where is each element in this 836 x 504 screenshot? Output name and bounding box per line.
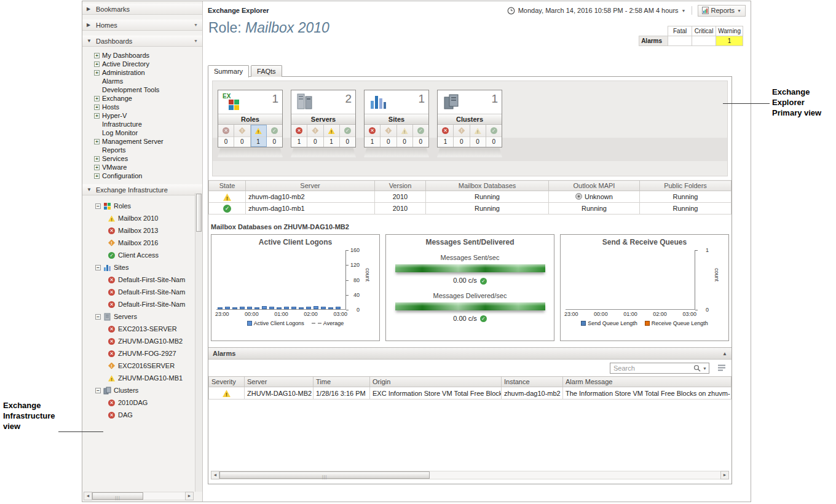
- alarms-horizontal-scrollbar[interactable]: ◄ ||| ►: [211, 471, 729, 479]
- reports-button[interactable]: Reports ▼: [698, 5, 746, 17]
- column-header-outlook-mapi[interactable]: Outlook MAPI: [549, 181, 640, 191]
- sidebar-vertical-scrollbar[interactable]: [195, 193, 202, 492]
- status-cell-critical[interactable]: !0: [454, 125, 470, 147]
- expand-plus-icon[interactable]: +: [94, 156, 100, 162]
- column-header-public-folders[interactable]: Public Folders: [640, 181, 732, 191]
- tree-item-zhuvm-dag10-mb2[interactable]: ✕ZHUVM-DAG10-MB2: [82, 335, 202, 347]
- status-cell-critical[interactable]: !0: [307, 125, 323, 147]
- expand-plus-icon[interactable]: +: [94, 139, 100, 144]
- tree-item-mailbox-2010[interactable]: !Mailbox 2010: [82, 212, 202, 224]
- expand-plus-icon[interactable]: +: [94, 165, 100, 170]
- status-cell-fatal[interactable]: ✕0: [218, 125, 234, 147]
- sidebar-item-services[interactable]: +Services: [82, 154, 202, 163]
- status-cell-warning[interactable]: !0: [470, 125, 486, 147]
- column-header-instance[interactable]: Instance: [502, 377, 563, 387]
- status-cell-normal[interactable]: ✓0: [267, 125, 282, 147]
- column-header-severity[interactable]: Severity: [209, 377, 245, 387]
- column-header-server[interactable]: Server: [245, 377, 314, 387]
- sidebar-item-configuration[interactable]: +Configuration: [82, 171, 202, 180]
- tree-item-zhuvm-dag10-mb1[interactable]: !ZHUVM-DAG10-MB1: [82, 372, 202, 384]
- table-customizer-icon[interactable]: [718, 364, 725, 371]
- sidebar-item-management-server[interactable]: +Management Server: [82, 137, 202, 146]
- sidebar-item-exchange[interactable]: +Exchange: [82, 94, 202, 103]
- tree-item-client-access[interactable]: ✓Client Access: [82, 249, 202, 261]
- expand-plus-icon[interactable]: +: [94, 70, 100, 76]
- tree-item-zhuvm-fog-2927[interactable]: ✕ZHUVM-FOG-2927: [82, 347, 202, 360]
- tree-group-sites[interactable]: −Sites: [82, 261, 202, 274]
- status-cell-fatal[interactable]: ✕1: [291, 125, 307, 147]
- search-box[interactable]: ▼: [610, 363, 709, 374]
- search-input[interactable]: [612, 364, 692, 372]
- tile-roles[interactable]: EX1Roles✕0!0!1✓0: [218, 90, 283, 157]
- expand-plus-icon[interactable]: +: [94, 53, 100, 58]
- column-header-version[interactable]: Version: [375, 181, 426, 191]
- sidebar-section-homes[interactable]: ▶ Homes ▼: [82, 19, 202, 31]
- scrollbar-thumb[interactable]: |||: [219, 471, 430, 479]
- expand-plus-icon[interactable]: +: [94, 113, 100, 119]
- sidebar-item-administration[interactable]: +Administration: [82, 68, 202, 77]
- status-cell-fatal[interactable]: ✕1: [365, 125, 381, 147]
- expand-plus-icon[interactable]: +: [94, 61, 100, 67]
- sidebar-item-hyper-v[interactable]: +Hyper-V: [82, 111, 202, 120]
- sidebar-item-log-monitor[interactable]: Log Monitor: [82, 128, 202, 137]
- collapse-minus-icon[interactable]: −: [95, 265, 101, 270]
- scrollbar-thumb[interactable]: [196, 194, 202, 232]
- sidebar-section-bookmarks[interactable]: ▶ Bookmarks: [82, 3, 202, 15]
- sidebar-item-reports[interactable]: Reports: [82, 146, 202, 154]
- column-header-state[interactable]: State: [209, 181, 246, 191]
- sidebar-item-alarms[interactable]: Alarms: [82, 77, 202, 85]
- tree-item-default-first-site-nam[interactable]: ✕Default-First-Site-Nam: [82, 274, 202, 286]
- search-dropdown-icon[interactable]: ▼: [703, 366, 707, 371]
- tree-item-dag[interactable]: ✕DAG: [82, 409, 202, 421]
- scrollbar-track[interactable]: |||: [92, 492, 185, 500]
- sidebar-item-hosts[interactable]: +Hosts: [82, 103, 202, 111]
- tile-servers[interactable]: 2Servers✕1!0!1✓0: [291, 90, 356, 157]
- tile-sites[interactable]: 1Sites✕1!0!0✓0: [364, 90, 429, 157]
- status-cell-fatal[interactable]: ✕1: [438, 125, 454, 147]
- tree-item-mailbox-2016[interactable]: !Mailbox 2016: [82, 237, 202, 249]
- server-table-row[interactable]: !zhuvm-dag10-mb22010RunningUnknownRunnin…: [209, 191, 732, 203]
- scroll-left-arrow-icon[interactable]: ◄: [84, 492, 92, 500]
- status-cell-critical[interactable]: !0: [234, 125, 250, 147]
- tree-group-servers[interactable]: −Servers: [82, 310, 202, 323]
- scroll-right-arrow-icon[interactable]: ►: [720, 471, 729, 479]
- column-header-mailbox-databases[interactable]: Mailbox Databases: [426, 181, 549, 191]
- tree-item-exc2013-server[interactable]: ✕EXC2013-SERVER: [82, 323, 202, 335]
- server-table-row[interactable]: ✓zhuvm-dag10-mb12010RunningRunningRunnin…: [209, 203, 732, 215]
- sidebar-item-my-dashboards[interactable]: +My Dashboards: [82, 51, 202, 60]
- alarm-row[interactable]: !ZHUVM-DAG10-MB21/28/16 3:16 PMEXC Infor…: [209, 387, 732, 400]
- alarms-panel-header[interactable]: Alarms ▲: [208, 348, 732, 360]
- sidebar-item-infrastructure[interactable]: Infrastructure: [82, 120, 202, 128]
- search-icon[interactable]: [693, 364, 701, 372]
- scroll-left-arrow-icon[interactable]: ◄: [211, 471, 219, 479]
- tree-item-default-first-site-nam[interactable]: ✕Default-First-Site-Nam: [82, 286, 202, 298]
- status-cell-normal[interactable]: ✓0: [340, 125, 355, 147]
- scrollbar-track[interactable]: |||: [219, 471, 720, 479]
- tree-item-2010dag[interactable]: ✕2010DAG: [82, 396, 202, 409]
- timerange-dropdown-icon[interactable]: ▼: [682, 9, 686, 13]
- expand-plus-icon[interactable]: +: [94, 104, 100, 110]
- sidebar-section-dashboards[interactable]: ▼ Dashboards ▼: [82, 35, 202, 47]
- sidebar-item-active-directory[interactable]: +Active Directory: [82, 60, 202, 68]
- collapse-minus-icon[interactable]: −: [95, 314, 101, 320]
- sidebar-section-exchange-infrastructure[interactable]: ▼ Exchange Infrastructure: [82, 184, 202, 195]
- collapse-minus-icon[interactable]: −: [95, 203, 101, 209]
- tree-group-clusters[interactable]: −Clusters: [82, 384, 202, 396]
- tree-item-default-first-site-nam[interactable]: ✕Default-First-Site-Nam: [82, 298, 202, 310]
- section-filter-dropdown-icon[interactable]: ▼: [194, 23, 198, 27]
- expand-plus-icon[interactable]: +: [94, 96, 100, 101]
- section-filter-dropdown-icon[interactable]: ▼: [194, 39, 198, 43]
- collapse-panel-icon[interactable]: ▲: [722, 351, 727, 356]
- tree-item-exc2016server[interactable]: !EXC2016SERVER: [82, 360, 202, 372]
- scroll-right-arrow-icon[interactable]: ►: [185, 492, 194, 500]
- sidebar-horizontal-scrollbar[interactable]: ◄ ||| ►: [84, 492, 194, 500]
- status-cell-warning[interactable]: !1: [324, 125, 340, 147]
- column-header-alarm-message[interactable]: Alarm Message: [563, 377, 732, 387]
- expand-plus-icon[interactable]: +: [94, 173, 100, 179]
- warning-count[interactable]: 1: [716, 36, 743, 46]
- column-header-server[interactable]: Server: [246, 181, 375, 191]
- tree-item-mailbox-2013[interactable]: ✕Mailbox 2013: [82, 224, 202, 237]
- collapse-minus-icon[interactable]: −: [95, 388, 101, 393]
- sidebar-item-vmware[interactable]: +VMware: [82, 163, 202, 171]
- tab-faqts[interactable]: FAQts: [251, 65, 282, 77]
